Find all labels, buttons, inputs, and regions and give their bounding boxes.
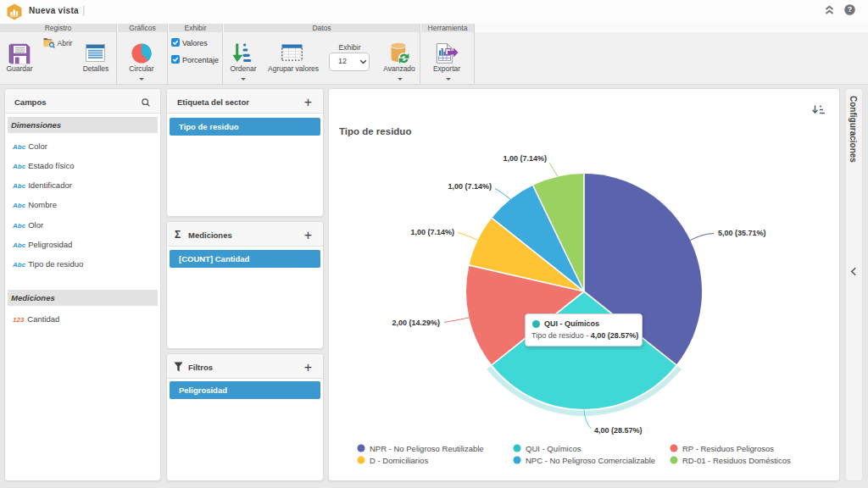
svg-text:RD-01 - Residuos Domésticos: RD-01 - Residuos Domésticos xyxy=(682,456,791,465)
svg-text:1,00 (7.14%): 1,00 (7.14%) xyxy=(410,228,454,236)
svg-text:5,00 (35.71%): 5,00 (35.71%) xyxy=(718,229,766,237)
svg-text:1,00 (7.14%): 1,00 (7.14%) xyxy=(503,154,547,163)
svg-text:D - Domiciliarios: D - Domiciliarios xyxy=(370,456,428,465)
svg-text:RP - Residuos Peligrosos: RP - Residuos Peligrosos xyxy=(682,444,774,453)
svg-text:NPC - No Peligroso Comercializ: NPC - No Peligroso Comercializable xyxy=(526,456,655,465)
svg-text:1,00 (7.14%): 1,00 (7.14%) xyxy=(448,182,492,191)
svg-text:NPR - No Peligroso Reutilizabl: NPR - No Peligroso Reutilizable xyxy=(370,444,484,453)
svg-text:4,00 (28.57%): 4,00 (28.57%) xyxy=(594,426,643,435)
svg-text:2,00 (14.29%): 2,00 (14.29%) xyxy=(392,319,440,327)
svg-text:QUI - Químicos: QUI - Químicos xyxy=(526,444,581,453)
